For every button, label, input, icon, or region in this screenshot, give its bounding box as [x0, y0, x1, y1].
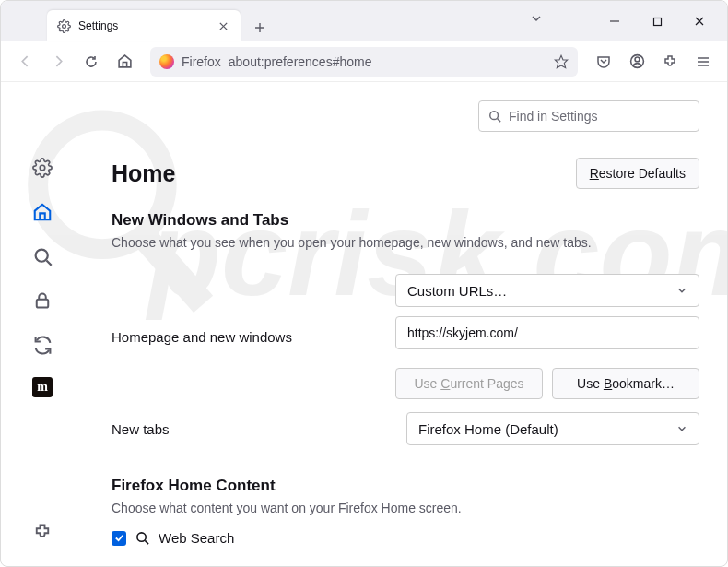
section-heading: Firefox Home Content: [112, 477, 699, 495]
svg-point-14: [635, 57, 640, 62]
search-icon: [488, 110, 501, 123]
tabs-dropdown-button[interactable]: [530, 12, 543, 25]
svg-rect-21: [37, 300, 49, 308]
use-bookmark-button[interactable]: Use Bookmark…: [552, 368, 699, 399]
forward-button[interactable]: [43, 47, 73, 77]
pocket-button[interactable]: [589, 47, 618, 77]
url-identity: Firefox: [182, 54, 221, 69]
new-tab-button[interactable]: [246, 14, 274, 41]
bookmark-star-icon[interactable]: [554, 54, 569, 69]
sidebar-item-home[interactable]: [30, 200, 54, 224]
chevron-down-icon: [676, 285, 687, 296]
websearch-label: Web Search: [159, 530, 234, 546]
settings-sidebar: m: [1, 82, 84, 566]
page-title: Home: [112, 160, 175, 187]
svg-point-18: [40, 165, 45, 171]
websearch-checkbox[interactable]: [112, 531, 126, 546]
sidebar-item-sync[interactable]: [30, 333, 54, 357]
use-current-pages-button[interactable]: Use Current Pages: [395, 368, 543, 399]
app-menu-button[interactable]: [688, 47, 718, 77]
newtabs-select[interactable]: Firefox Home (Default): [406, 412, 699, 445]
sidebar-item-general[interactable]: [30, 156, 54, 180]
gear-icon: [56, 18, 71, 33]
section-description: Choose what content you want on your Fir…: [112, 501, 699, 515]
homepage-url-value[interactable]: [407, 325, 687, 340]
home-button[interactable]: [110, 47, 139, 77]
tab-label: Settings: [78, 19, 207, 32]
settings-main: Find in Settings Home Restore Defaults N…: [84, 82, 727, 566]
svg-line-20: [46, 260, 51, 265]
firefox-icon: [159, 54, 174, 69]
homepage-select[interactable]: Custom URLs…: [395, 274, 699, 307]
svg-marker-12: [555, 55, 567, 67]
sidebar-item-extensions[interactable]: [30, 520, 54, 544]
reload-button[interactable]: [76, 47, 106, 77]
homepage-select-value: Custom URLs…: [407, 283, 507, 299]
close-tab-button[interactable]: [215, 18, 231, 34]
find-placeholder: Find in Settings: [509, 109, 598, 124]
maximize-button[interactable]: [637, 6, 677, 36]
navigation-toolbar: Firefox about:preferences#home: [1, 41, 727, 82]
window-controls: [594, 6, 720, 36]
url-text: about:preferences#home: [229, 54, 546, 69]
url-bar[interactable]: Firefox about:preferences#home: [150, 47, 578, 77]
svg-line-23: [498, 119, 501, 123]
svg-point-24: [137, 533, 146, 541]
find-in-settings-input[interactable]: Find in Settings: [478, 100, 699, 132]
back-button[interactable]: [10, 47, 40, 77]
newtabs-label: New tabs: [112, 421, 406, 437]
svg-point-7: [62, 24, 65, 28]
homepage-url-input[interactable]: [395, 316, 699, 349]
svg-point-22: [490, 112, 499, 120]
sidebar-item-search[interactable]: [30, 244, 54, 268]
homepage-label: Homepage and new windows: [112, 329, 395, 345]
tab-settings[interactable]: Settings: [47, 10, 241, 41]
sidebar-item-more[interactable]: m: [32, 377, 53, 397]
sidebar-item-privacy[interactable]: [30, 289, 54, 313]
svg-line-25: [145, 540, 148, 544]
minimize-button[interactable]: [594, 6, 635, 36]
svg-rect-4: [653, 18, 661, 25]
close-window-button[interactable]: [679, 6, 720, 36]
search-icon: [135, 531, 149, 545]
newtabs-select-value: Firefox Home (Default): [418, 421, 558, 437]
section-description: Choose what you see when you open your h…: [112, 235, 699, 250]
restore-defaults-button[interactable]: Restore Defaults: [576, 158, 699, 189]
chevron-down-icon: [676, 423, 687, 434]
extensions-button[interactable]: [655, 47, 685, 77]
svg-point-19: [35, 249, 47, 261]
account-button[interactable]: [622, 47, 652, 77]
section-heading: New Windows and Tabs: [112, 211, 699, 230]
settings-content: m Find in Settings Home Restore Defaults…: [1, 82, 727, 566]
